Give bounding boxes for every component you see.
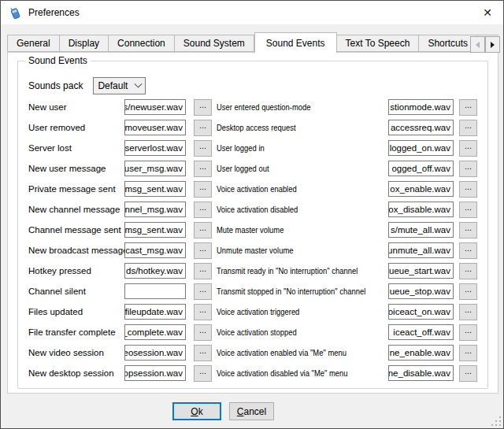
browse-button[interactable]: ...: [459, 283, 477, 300]
sound-file-field[interactable]: annel_msg.wav: [124, 202, 186, 217]
sounds-pack-select[interactable]: Default: [93, 77, 146, 94]
browse-button[interactable]: ...: [194, 365, 212, 382]
ok-button[interactable]: Ok: [172, 402, 221, 420]
sound-event-row: Voice activation stopped iceact_off.wav …: [217, 322, 477, 342]
tab-shortcuts[interactable]: Shortcuts: [419, 35, 477, 52]
sound-file-field[interactable]: [124, 283, 186, 299]
tab-sound-system[interactable]: Sound System: [175, 35, 254, 52]
browse-button[interactable]: ...: [459, 120, 477, 136]
browse-button[interactable]: ...: [194, 161, 212, 177]
sound-file-field[interactable]: dcast_msg.wav: [124, 242, 186, 258]
sound-event-label: Server lost: [28, 143, 124, 153]
browse-button[interactable]: ...: [194, 242, 212, 259]
browse-button[interactable]: ...: [194, 345, 212, 361]
browse-button[interactable]: ...: [459, 181, 477, 198]
sound-file-value: topsession.wav: [124, 368, 183, 378]
sound-file-field[interactable]: ogged_off.wav: [388, 161, 454, 176]
browse-button[interactable]: ...: [459, 99, 477, 116]
tab-label: Sound Events: [266, 38, 325, 49]
tab-scroll-right-button[interactable]: [485, 36, 500, 53]
browse-button[interactable]: ...: [459, 365, 477, 382]
browse-button[interactable]: ...: [459, 345, 477, 361]
sound-file-value: /fileupdate.wav: [124, 307, 183, 316]
sound-file-field[interactable]: emoveuser.wav: [124, 120, 186, 135]
sound-file-field[interactable]: deosession.wav: [124, 345, 186, 361]
sound-file-field[interactable]: logged_on.wav: [388, 140, 454, 156]
sound-event-row: Voice activation disabled ox_disable.wav…: [217, 199, 477, 220]
sound-file-value: deosession.wav: [124, 348, 183, 357]
tab-display[interactable]: Display: [60, 35, 109, 52]
sound-file-field[interactable]: oiceact_on.wav: [388, 304, 454, 320]
browse-button[interactable]: ...: [459, 140, 477, 157]
left-arrow-icon: [476, 42, 480, 48]
tab-sound-events[interactable]: Sound Events: [254, 32, 337, 53]
browse-button[interactable]: ...: [194, 120, 212, 136]
sound-events-left-column: New user s/newuser.wav ... User removed …: [28, 97, 212, 383]
browse-button[interactable]: ...: [194, 99, 212, 116]
sound-file-field[interactable]: _msg_sent.wav: [124, 181, 186, 197]
sound-event-label: Channel message sent: [28, 225, 124, 235]
browse-button[interactable]: ...: [459, 304, 477, 320]
browse-button[interactable]: ...: [194, 222, 212, 239]
sound-event-label: Voice activation disabled: [217, 205, 358, 214]
tab-label: Shortcuts: [428, 38, 468, 49]
cancel-button[interactable]: Cancel: [229, 402, 274, 420]
sound-events-groupbox: Sound Events Sounds pack Default New use…: [17, 61, 488, 389]
sound-file-field[interactable]: ox_enable.wav: [388, 181, 454, 197]
browse-button[interactable]: ...: [459, 263, 477, 279]
sound-file-field[interactable]: ueue_stop.wav: [388, 283, 454, 299]
sound-file-value: dcast_msg.wav: [124, 246, 183, 255]
browse-button[interactable]: ...: [194, 202, 212, 218]
sound-file-field[interactable]: topsession.wav: [124, 365, 186, 381]
sound-file-field[interactable]: /user_msg.wav: [124, 161, 186, 176]
tab-label: Sound System: [183, 38, 245, 49]
sound-file-field[interactable]: stionmode.wav: [388, 99, 454, 115]
browse-button[interactable]: ...: [459, 222, 477, 239]
sound-file-value: ox_enable.wav: [390, 184, 450, 194]
tab-connection[interactable]: Connection: [109, 35, 175, 52]
sound-file-field[interactable]: ne_disable.wav: [388, 365, 454, 381]
sound-event-row: Voice activation disabled via "Me" menu …: [217, 363, 477, 383]
browse-button[interactable]: ...: [194, 283, 212, 300]
sound-file-field[interactable]: unmute_all.wav: [388, 242, 454, 258]
browse-button[interactable]: ...: [459, 202, 477, 218]
tab-label: Text To Speech: [346, 38, 410, 49]
sound-event-label: New desktop session: [28, 368, 124, 378]
sound-event-row: New desktop session topsession.wav ...: [28, 363, 212, 383]
sound-event-row: User logged in logged_on.wav ...: [217, 138, 477, 158]
browse-button[interactable]: ...: [194, 181, 212, 198]
browse-button[interactable]: ...: [459, 324, 477, 341]
sound-event-label: New user message: [28, 164, 124, 173]
sound-file-field[interactable]: /fileupdate.wav: [124, 304, 186, 320]
browse-button[interactable]: ...: [194, 263, 212, 279]
sound-event-label: User removed: [28, 123, 124, 132]
resize-grip[interactable]: [491, 416, 501, 426]
sound-event-row: Transmit stopped in "No interruption" ch…: [217, 281, 477, 301]
browse-button[interactable]: ...: [194, 324, 212, 341]
sound-file-field[interactable]: ds/hotkey.wav: [124, 263, 186, 279]
sound-file-value: unmute_all.wav: [388, 246, 450, 255]
sound-file-field[interactable]: iceact_off.wav: [388, 324, 454, 340]
sound-file-field[interactable]: _msg_sent.wav: [124, 222, 186, 238]
sound-file-field[interactable]: /serverlost.wav: [124, 140, 186, 156]
browse-button[interactable]: ...: [194, 304, 212, 320]
tab-scroll-left-button[interactable]: [470, 36, 485, 53]
sound-event-row: Channel silent ...: [28, 281, 212, 301]
close-icon[interactable]: ✕: [472, 1, 503, 24]
sound-file-field[interactable]: ox_disable.wav: [388, 202, 454, 217]
browse-button[interactable]: ...: [459, 161, 477, 177]
sound-file-field[interactable]: ne_enable.wav: [388, 345, 454, 361]
sound-file-field[interactable]: ueue_start.wav: [388, 263, 454, 279]
browse-button[interactable]: ...: [459, 242, 477, 259]
tab-general[interactable]: General: [7, 35, 60, 52]
sound-event-row: Voice activation triggered oiceact_on.wa…: [217, 301, 477, 322]
sound-file-field[interactable]: _complete.wav: [124, 324, 186, 340]
sound-file-field[interactable]: s/newuser.wav: [124, 99, 186, 115]
sound-file-field[interactable]: accessreq.wav: [388, 120, 454, 135]
sound-file-field[interactable]: s/mute_all.wav: [388, 222, 454, 238]
browse-button[interactable]: ...: [194, 140, 212, 157]
tab-text-to-speech[interactable]: Text To Speech: [337, 35, 420, 52]
sound-file-value: ds/hotkey.wav: [126, 266, 183, 276]
sound-event-row: Mute master volume s/mute_all.wav ...: [217, 220, 477, 240]
sound-file-value: ne_disable.wav: [388, 368, 450, 378]
